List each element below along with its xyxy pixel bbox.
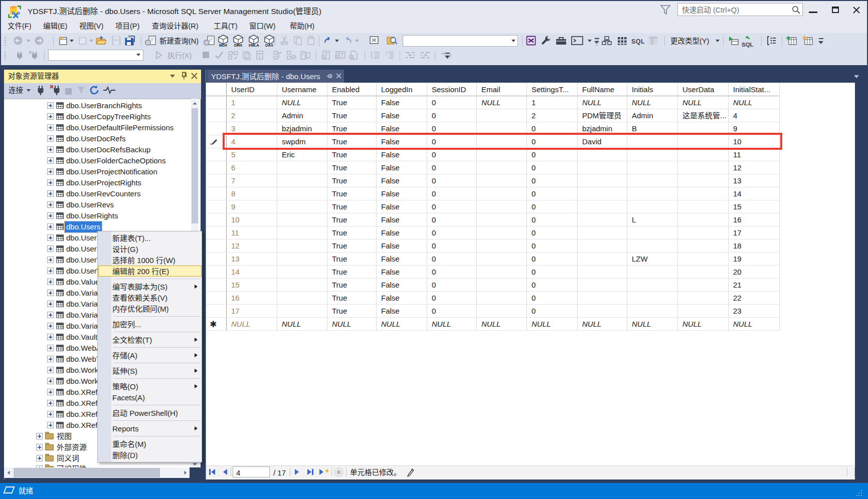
svg-text:DMX: DMX bbox=[234, 43, 243, 47]
svg-text:01: 01 bbox=[350, 56, 353, 59]
svg-text:01: 01 bbox=[336, 56, 339, 59]
svg-text:DAX: DAX bbox=[265, 43, 273, 47]
svg-text:?: ? bbox=[385, 51, 388, 57]
svg-text:XMLA: XMLA bbox=[248, 43, 259, 47]
svg-text:01: 01 bbox=[322, 56, 325, 59]
svg-text:MDX: MDX bbox=[219, 43, 228, 47]
